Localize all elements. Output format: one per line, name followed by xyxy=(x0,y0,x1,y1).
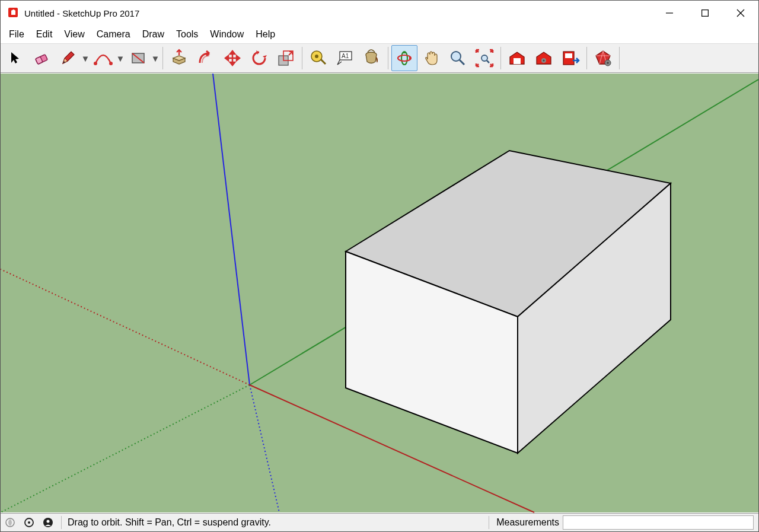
toolbar-separator xyxy=(586,47,587,69)
status-hint: Drag to orbit. Shift = Pan, Ctrl = suspe… xyxy=(65,517,485,528)
minimize-button[interactable] xyxy=(652,1,687,26)
svg-point-23 xyxy=(481,55,487,61)
pencil-icon xyxy=(59,49,77,67)
zoom-tool[interactable] xyxy=(445,45,471,71)
status-bar: Drag to orbit. Shift = Pan, Ctrl = suspe… xyxy=(1,513,758,531)
svg-point-40 xyxy=(28,521,30,524)
ruby-icon xyxy=(594,49,613,68)
rectangle-icon xyxy=(129,49,147,67)
move-tool[interactable] xyxy=(219,45,245,71)
credits-icon[interactable] xyxy=(22,515,36,530)
magnifier-icon xyxy=(448,49,467,68)
menu-draw[interactable]: Draw xyxy=(136,27,170,42)
paint-bucket-tool[interactable] xyxy=(359,45,385,71)
layout-icon xyxy=(561,49,580,68)
extension-warehouse-tool[interactable] xyxy=(531,45,557,71)
move-icon xyxy=(223,49,242,68)
toolbar: ▼ ▼ ▼ xyxy=(1,44,758,73)
svg-point-26 xyxy=(543,60,545,62)
extension-warehouse-icon xyxy=(534,49,553,68)
app-window: Untitled - SketchUp Pro 2017 File Edit V… xyxy=(0,0,759,532)
svg-point-22 xyxy=(451,52,461,61)
minimize-icon xyxy=(666,9,673,17)
menu-camera[interactable]: Camera xyxy=(91,27,136,42)
zoom-extents-icon xyxy=(475,49,494,68)
viewport-canvas xyxy=(1,73,758,513)
menu-view[interactable]: View xyxy=(58,27,90,42)
measurement-label: Measurements xyxy=(493,517,563,528)
arc-tool-group: ▼ xyxy=(90,45,125,71)
menu-file[interactable]: File xyxy=(3,27,30,42)
geolocation-icon[interactable] xyxy=(3,515,17,530)
zoom-extents-tool[interactable] xyxy=(471,45,498,71)
profile-icon[interactable] xyxy=(41,515,55,530)
offset-icon xyxy=(196,49,215,68)
scale-tool[interactable] xyxy=(273,45,299,71)
eraser-tool[interactable] xyxy=(28,45,55,71)
svg-point-16 xyxy=(315,55,318,58)
rectangle-tool-group: ▼ xyxy=(125,45,160,71)
menu-edit[interactable]: Edit xyxy=(30,27,59,42)
pencil-tool[interactable] xyxy=(55,45,81,71)
svg-rect-24 xyxy=(514,58,521,64)
warehouse-icon xyxy=(508,49,527,68)
select-tool[interactable] xyxy=(2,45,28,71)
app-icon xyxy=(7,6,20,21)
pan-tool[interactable] xyxy=(418,45,444,71)
arc-dropdown[interactable]: ▼ xyxy=(116,46,125,71)
status-divider xyxy=(61,516,62,529)
measurement-input[interactable] xyxy=(563,515,754,530)
orbit-tool[interactable] xyxy=(391,45,417,71)
title-bar: Untitled - SketchUp Pro 2017 xyxy=(1,1,758,26)
text-icon: A1 xyxy=(336,49,355,68)
svg-point-8 xyxy=(109,62,113,65)
svg-point-20 xyxy=(401,52,407,65)
arc-icon xyxy=(93,49,113,67)
window-title: Untitled - SketchUp Pro 2017 xyxy=(24,8,139,18)
svg-rect-28 xyxy=(565,53,572,58)
push-pull-icon xyxy=(170,49,189,68)
pencil-dropdown[interactable]: ▼ xyxy=(81,46,90,71)
svg-rect-2 xyxy=(702,10,709,17)
paint-bucket-icon xyxy=(362,49,381,68)
maximize-button[interactable] xyxy=(687,1,723,26)
orbit-icon xyxy=(395,49,414,68)
tape-measure-icon xyxy=(309,49,328,68)
arc-tool[interactable] xyxy=(90,45,116,71)
warehouse-tool[interactable] xyxy=(504,45,530,71)
offset-tool[interactable] xyxy=(193,45,219,71)
toolbar-separator xyxy=(619,47,620,69)
rotate-tool[interactable] xyxy=(246,45,272,71)
hand-icon xyxy=(422,49,441,68)
svg-point-30 xyxy=(607,62,609,64)
menu-window[interactable]: Window xyxy=(204,27,250,42)
maximize-icon xyxy=(701,9,709,17)
menu-tools[interactable]: Tools xyxy=(170,27,204,42)
svg-point-21 xyxy=(398,55,411,61)
close-icon xyxy=(736,9,745,17)
cursor-icon xyxy=(7,50,23,66)
rectangle-tool[interactable] xyxy=(125,45,151,71)
eraser-icon xyxy=(33,49,50,67)
pencil-tool-group: ▼ xyxy=(55,45,90,71)
svg-text:A1: A1 xyxy=(342,53,349,59)
tape-measure-tool[interactable] xyxy=(305,45,331,71)
toolbar-separator xyxy=(500,47,501,69)
menu-bar: File Edit View Camera Draw Tools Window … xyxy=(1,26,758,44)
ruby-console-tool[interactable] xyxy=(590,45,616,71)
rectangle-dropdown[interactable]: ▼ xyxy=(151,46,160,71)
menu-help[interactable]: Help xyxy=(250,27,281,42)
toolbar-separator xyxy=(302,47,302,69)
layout-tool[interactable] xyxy=(557,45,583,71)
model-viewport[interactable] xyxy=(1,73,758,513)
toolbar-separator xyxy=(388,47,388,69)
close-button[interactable] xyxy=(723,1,758,26)
push-pull-tool[interactable] xyxy=(166,45,192,71)
rotate-icon xyxy=(250,49,269,68)
toolbar-separator xyxy=(162,47,163,69)
svg-point-7 xyxy=(94,62,97,65)
status-divider xyxy=(489,516,489,529)
scale-icon xyxy=(276,49,295,68)
text-tool[interactable]: A1 xyxy=(332,45,358,71)
svg-point-42 xyxy=(47,520,50,523)
